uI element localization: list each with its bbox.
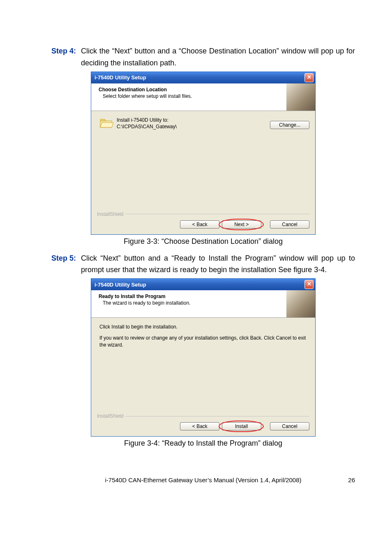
- header-subtitle: Select folder where setup will install f…: [99, 92, 315, 99]
- install-location-row: Install i-7540D Utility to: C:\ICPDAS\CA…: [99, 117, 307, 131]
- install-to-label: Install i-7540D Utility to:: [117, 117, 270, 124]
- choose-destination-dialog: i-7540D Utility Setup ✕ Choose Destinati…: [91, 72, 316, 235]
- page-footer: i-7540D CAN-Ethernet Gateway User’s Manu…: [51, 476, 355, 483]
- change-button[interactable]: Change...: [270, 121, 309, 129]
- step-4-text: Click the “Next” button and a “Choose De…: [81, 45, 355, 69]
- button-row: < Back Install Cancel: [97, 422, 309, 430]
- document-page: Step 4: Click the “Next” button and a “C…: [0, 0, 392, 500]
- dialog-footer: InstallShield < Back Install Cancel: [91, 413, 315, 436]
- header-subtitle: The wizard is ready to begin installatio…: [99, 299, 315, 306]
- installshield-brand: InstallShield: [97, 413, 124, 419]
- dialog-title: i-7540D Utility Setup: [95, 282, 146, 288]
- install-highlight: Install: [221, 422, 261, 430]
- close-icon[interactable]: ✕: [304, 280, 314, 289]
- ready-install-dialog: i-7540D Utility Setup ✕ Ready to Install…: [91, 278, 316, 437]
- header-title: Choose Destination Location: [99, 87, 315, 92]
- dialog-titlebar: i-7540D Utility Setup ✕: [91, 279, 315, 290]
- step-4: Step 4: Click the “Next” button and a “C…: [51, 45, 355, 69]
- body-line-2: If you want to review or change any of y…: [99, 335, 307, 349]
- back-button[interactable]: < Back: [180, 220, 219, 229]
- step-4-label: Step 4:: [51, 45, 81, 57]
- header-graphic: [286, 290, 315, 317]
- install-text: Install i-7540D Utility to: C:\ICPDAS\CA…: [115, 117, 270, 131]
- cancel-button[interactable]: Cancel: [270, 220, 309, 229]
- folder-icon: [99, 117, 115, 129]
- cancel-button[interactable]: Cancel: [270, 422, 309, 430]
- install-path: C:\ICPDAS\CAN_Gateway\: [117, 123, 270, 130]
- next-button[interactable]: Next >: [222, 220, 261, 229]
- close-icon[interactable]: ✕: [304, 73, 314, 82]
- step-5-label: Step 5:: [51, 252, 81, 264]
- dialog-title: i-7540D Utility Setup: [95, 74, 146, 81]
- dialog-body: Install i-7540D Utility to: C:\ICPDAS\CA…: [91, 111, 315, 211]
- step-5-text: Click “Next” button and a “Ready to Inst…: [81, 252, 355, 276]
- footer-text: i-7540D CAN-Ethernet Gateway User’s Manu…: [105, 476, 301, 483]
- dialog-header: Ready to Install the Program The wizard …: [91, 290, 315, 318]
- installshield-brand: InstallShield: [97, 211, 124, 217]
- step-5: Step 5: Click “Next” button and a “Ready…: [51, 252, 355, 276]
- dialog-titlebar: i-7540D Utility Setup ✕: [91, 72, 315, 83]
- brand-line: InstallShield: [97, 211, 309, 217]
- brand-line: InstallShield: [97, 413, 309, 419]
- figure-3-3-caption: Figure 3-3: “Choose Destination Location…: [51, 237, 355, 246]
- back-button[interactable]: < Back: [180, 422, 219, 430]
- body-line-1: Click Install to begin the installation.: [99, 324, 307, 331]
- header-title: Ready to Install the Program: [99, 294, 315, 299]
- page-number: 26: [348, 476, 355, 483]
- button-row: < Back Next > Cancel: [97, 220, 309, 229]
- dialog-body: Click Install to begin the installation.…: [91, 318, 315, 413]
- header-graphic: [286, 83, 315, 111]
- figure-3-4-caption: Figure 3-4: “Ready to Install the Progra…: [51, 439, 355, 448]
- dialog-footer: InstallShield < Back Next > Cancel: [91, 211, 315, 234]
- next-highlight: Next >: [221, 220, 261, 229]
- install-button[interactable]: Install: [222, 422, 261, 430]
- dialog-header: Choose Destination Location Select folde…: [91, 83, 315, 111]
